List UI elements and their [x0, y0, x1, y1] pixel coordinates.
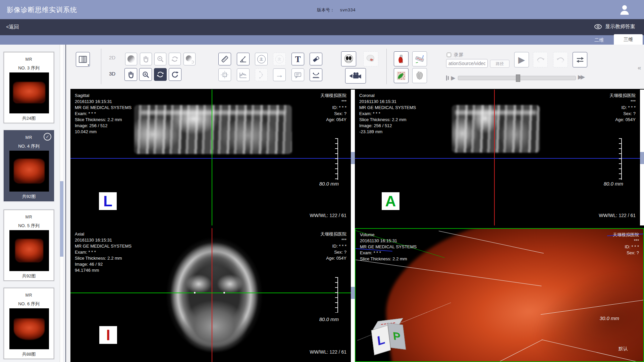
speed-slider-thumb[interactable] — [516, 74, 520, 82]
viewport-sagittal[interactable]: Sagittal20161130 16:15:31 MR GE MEDICAL … — [70, 90, 351, 225]
reset-rotate-3d-button[interactable] — [169, 68, 181, 81]
crosshair-vertical-red[interactable] — [494, 90, 495, 225]
series-card-6[interactable]: MR NO. 6 序列 共88图 — [4, 288, 54, 359]
scale-label: 80.0 mm — [604, 181, 623, 187]
slice-scrollbar-left-column[interactable] — [351, 90, 355, 362]
record-label: 录屏 — [454, 52, 463, 58]
crosshair-horizontal-blue[interactable] — [355, 158, 640, 159]
view-mode-tabs: 二维 三维 — [0, 35, 644, 45]
rotate-ccw-play-button[interactable] — [553, 52, 568, 67]
back-button[interactable]: <返回 — [6, 24, 19, 30]
path-button[interactable]: 路径 — [490, 60, 509, 68]
viewport-axial[interactable]: Axial20161130 16:15:31 MR GE MEDICAL SYS… — [70, 228, 351, 362]
angle-button[interactable] — [237, 53, 250, 65]
curve-ruler-button[interactable] — [310, 68, 322, 81]
record-checkbox[interactable] — [447, 53, 451, 57]
crosshair-horizontal-blue[interactable] — [70, 158, 351, 159]
series-sidebar: MR NO. 3 序列 共24图 ✓ MR NO. 4 序列 共92图 MR N… — [0, 45, 66, 362]
eraser-button[interactable] — [310, 53, 322, 65]
pan-3d-button[interactable] — [124, 68, 137, 81]
lung-ct-icon — [343, 54, 354, 64]
profile-curve-button[interactable] — [237, 68, 250, 81]
slice-scrollbar-thumb[interactable] — [640, 152, 644, 164]
collapse-chevron[interactable]: « — [638, 64, 641, 71]
layout-button[interactable]: ▾ — [76, 52, 90, 67]
comment-bubble-icon — [293, 70, 302, 79]
series-thumbnail — [9, 230, 49, 271]
rotate-reset-icon — [171, 70, 179, 79]
viewport-volume-3d[interactable]: Volume20161130 16:15:31 MR GE MEDICAL SY… — [355, 228, 644, 362]
ruler-button[interactable] — [218, 53, 231, 65]
rotate-2d-button[interactable] — [169, 53, 181, 65]
spine-preset-button[interactable] — [412, 51, 427, 66]
heart-preset-button[interactable] — [412, 68, 427, 83]
toolbar: ▾ 2D 3D — [66, 45, 644, 89]
series-card-3[interactable]: MR NO. 3 序列 共24图 — [4, 52, 54, 123]
ruler-icon — [220, 55, 229, 63]
rotate-3d-button[interactable] — [154, 68, 167, 81]
series-card-4[interactable]: ✓ MR NO. 4 序列 共92图 — [4, 130, 54, 201]
export-video-button[interactable] — [345, 68, 366, 84]
crosshair-vertical-green[interactable] — [212, 90, 212, 225]
curved-arrow-right-icon — [536, 55, 545, 65]
segmentation-preset-button[interactable] — [394, 68, 409, 83]
spline-button[interactable] — [255, 68, 268, 81]
wwwl-rotate-2d-button[interactable] — [183, 53, 196, 65]
user-avatar-button[interactable] — [618, 3, 631, 16]
roi-box-button[interactable] — [218, 68, 231, 81]
scale-label: 80.0 mm — [319, 316, 339, 322]
show-teacher-answer-button[interactable]: 显示教师答案 — [594, 23, 635, 30]
secondary-circle-icon: 次 — [275, 55, 284, 63]
speed-slow-button[interactable]: ▶ — [446, 75, 455, 81]
sidebar-scrollbar-thumb[interactable] — [60, 181, 63, 257]
orientation-letter: L — [99, 192, 117, 210]
hand-icon — [142, 55, 150, 63]
wwwl-2d-button[interactable] — [125, 53, 137, 65]
rotate-cw-play-button[interactable] — [533, 52, 548, 67]
record-path-input[interactable] — [446, 59, 488, 68]
lung-ct-preset-button[interactable] — [341, 51, 356, 66]
eye-icon — [594, 24, 602, 30]
series-name: NO. 5 序列 — [4, 223, 54, 229]
speed-fast-button[interactable]: ▶▶ — [578, 74, 583, 80]
spine-slab-icon — [415, 54, 425, 64]
show-teacher-answer-label: 显示教师答案 — [605, 23, 635, 30]
mode-2d-label: 2D — [109, 55, 115, 60]
series-thumbnail — [9, 308, 49, 349]
speed-slider[interactable] — [458, 76, 576, 80]
play-button[interactable]: ▶ — [514, 52, 529, 67]
toolbar-divider — [386, 49, 387, 84]
skull-preset-button[interactable] — [363, 51, 378, 66]
pan-2d-button[interactable] — [140, 53, 152, 65]
comment-button[interactable] — [291, 68, 304, 81]
orientation-letter: I — [99, 326, 117, 344]
roi-box-icon — [220, 70, 229, 79]
viewport-coronal[interactable]: Coronal20161130 16:15:31 MR GE MEDICAL S… — [355, 90, 640, 225]
scale-ruler — [618, 138, 622, 180]
patient-info-overlay: 天堰模拟医院*** ID: * * *Sex: ? Age: 054Y — [609, 93, 636, 123]
sidebar-scrollbar[interactable] — [60, 45, 63, 362]
crosshair-horizontal-green[interactable] — [70, 293, 351, 293]
crosshair-vertical-red[interactable] — [212, 228, 212, 362]
main-roi-button[interactable]: 主 — [255, 53, 268, 65]
zoom-3d-button[interactable] — [139, 68, 152, 81]
secondary-roi-button[interactable]: 次 — [273, 53, 286, 65]
angle-icon — [239, 55, 248, 63]
series-thumbnail — [9, 72, 49, 113]
swap-direction-button[interactable] — [573, 52, 587, 67]
slice-scrollbar-thumb[interactable] — [351, 152, 355, 164]
slice-scrollbar-right-column[interactable] — [640, 90, 644, 225]
toolbar-divider — [101, 49, 101, 84]
zoom-2d-button[interactable] — [154, 53, 166, 65]
arrow-annotation-button[interactable]: → — [273, 68, 286, 81]
slice-scrollbar-thumb[interactable] — [351, 287, 355, 299]
patient-info-overlay: 天堰模拟医院*** ID: * * *Sex: ? Age: 054Y — [320, 231, 346, 261]
knee-preset-button[interactable] — [394, 51, 409, 66]
text-annotation-button[interactable]: T — [291, 53, 304, 65]
tab-3d[interactable]: 三维 — [614, 34, 643, 45]
reset-default-button[interactable]: 默认 — [619, 346, 628, 352]
series-card-5[interactable]: MR NO. 5 序列 共92图 — [4, 210, 54, 281]
version-value: svn334 — [340, 8, 356, 13]
orientation-cube[interactable]: L P — [370, 318, 412, 360]
tab-2d[interactable]: 二维 — [586, 35, 612, 45]
